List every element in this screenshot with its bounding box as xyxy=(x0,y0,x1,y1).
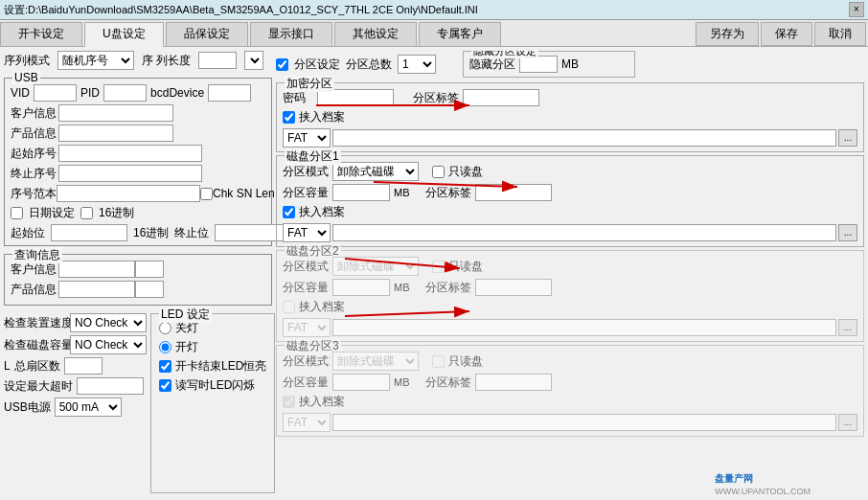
disk-check-select[interactable]: NO Check xyxy=(70,335,147,354)
disk1-fs-select[interactable]: FAT xyxy=(283,223,331,242)
usb-power-select[interactable]: 500 mA xyxy=(55,398,122,417)
sn-ver-label: 序号范本 xyxy=(11,186,57,202)
led-on-radio[interactable] xyxy=(159,341,171,353)
disk3-readonly-checkbox[interactable] xyxy=(432,355,445,368)
encrypt-archive-checkbox[interactable] xyxy=(283,111,295,124)
customer-input[interactable]: ZQ xyxy=(58,104,173,122)
addr-row: 起始位 16进制 终止位 xyxy=(11,224,265,241)
disk1-group: 磁盘分区1 分区模式 卸除式磁碟 只读盘 分区容量 0 MB 分区标签 挟入档案 xyxy=(276,155,864,247)
seq-mode-select[interactable]: 随机序号 xyxy=(57,51,134,70)
tab-pinbao[interactable]: 品保设定 xyxy=(166,22,248,46)
query-customer-num[interactable]: 8 xyxy=(135,261,164,278)
end-sn-input[interactable]: CCYYMMDDHHmmSS999999 xyxy=(58,165,202,182)
encrypt-fs-select[interactable]: FAT xyxy=(283,128,331,148)
disk1-tag-label: 分区标签 xyxy=(425,185,471,201)
encrypt-pwd-row: 密码 1111 分区标签 SEC Disk xyxy=(283,89,857,106)
vid-input[interactable]: 090C xyxy=(34,84,77,102)
disk2-browse-btn[interactable]: ... xyxy=(838,319,857,336)
disk2-size-row: 分区容量 0 MB 分区标签 Lun1 xyxy=(283,279,857,296)
max-time-row: 设定最大超时 99999999 xyxy=(4,377,147,395)
tab-special[interactable]: 专属客户 xyxy=(419,22,501,46)
query-product-input[interactable]: iWizard xyxy=(58,281,135,298)
encrypt-group: 加密分区 密码 1111 分区标签 SEC Disk 挟入档案 FAT ... xyxy=(276,82,864,152)
led-off-radio[interactable] xyxy=(159,322,171,334)
tabs-bar: 开卡设定 U盘设定 品保设定 显示接口 其他设定 专属客户 另存为 保存 取消 xyxy=(0,20,868,47)
encrypt-tag-input[interactable]: SEC Disk xyxy=(463,89,539,106)
tab-kaika[interactable]: 开卡设定 xyxy=(0,22,82,46)
led-read-checkbox[interactable] xyxy=(159,379,171,392)
disk3-size-row: 分区容量 200 MB 分区标签 Lun2 xyxy=(283,374,857,391)
disk2-size-unit: MB xyxy=(394,282,410,293)
disk3-size-label: 分区容量 xyxy=(283,375,329,391)
query-product-num[interactable]: 16 xyxy=(135,281,164,298)
partition-main-checkbox[interactable] xyxy=(276,58,288,71)
disk2-readonly-checkbox[interactable] xyxy=(432,261,445,273)
total-input[interactable]: 0 xyxy=(64,357,103,375)
title-text: 设置:D:\BaiduYunDownload\SM3259AA\Beta_SM3… xyxy=(4,3,478,17)
disk2-fs-select[interactable]: FAT xyxy=(283,318,331,337)
disk2-group: 磁盘分区2 分区模式 卸除式磁碟 只读盘 分区容量 0 MB 分区标签 Lun1… xyxy=(276,250,864,342)
disk1-size-input[interactable]: 0 xyxy=(332,184,390,201)
disk1-browse-btn[interactable]: ... xyxy=(838,224,857,241)
tab-upan[interactable]: U盘设定 xyxy=(84,22,164,47)
vid-label: VID xyxy=(11,86,30,100)
right-panel: 分区设定 分区总数 1 隐藏分区设定 隐藏分区 32 MB 加密分区 密码 xyxy=(276,51,864,493)
disk1-archive-label: 挟入档案 xyxy=(299,204,345,220)
disk1-archive-checkbox[interactable] xyxy=(283,206,295,218)
disk2-size-input[interactable]: 0 xyxy=(332,279,390,296)
hidden-unit: MB xyxy=(561,57,579,71)
led-read-row: 读写时LED闪烁 xyxy=(159,377,266,394)
disk3-tag-input[interactable]: Lun2 xyxy=(475,374,552,391)
disk1-tag-input[interactable] xyxy=(475,184,552,201)
query-customer-input[interactable]: ZQ xyxy=(58,261,135,278)
disk1-mode-select[interactable]: 卸除式磁碟 xyxy=(332,162,419,181)
date-row: 日期设定 16进制 xyxy=(11,205,265,221)
encrypt-browse-btn[interactable]: ... xyxy=(838,129,857,147)
disk1-readonly-checkbox[interactable] xyxy=(432,166,445,178)
seq-len-select[interactable] xyxy=(244,51,263,70)
hidden-partition-title: 隐藏分区设定 xyxy=(471,51,538,58)
disk2-archive-checkbox[interactable] xyxy=(283,301,295,313)
disk2-file-input[interactable] xyxy=(332,319,836,336)
disk2-archive-label: 挟入档案 xyxy=(299,299,345,315)
max-time-label: 设定最大超时 xyxy=(4,378,73,395)
save-button[interactable]: 保存 xyxy=(761,22,812,46)
disk3-size-input[interactable]: 200 xyxy=(332,374,390,391)
speed-check-label: 检查装置速度 xyxy=(4,315,66,331)
chk-sn-checkbox[interactable] xyxy=(200,188,213,200)
close-button[interactable]: × xyxy=(849,2,864,17)
disk3-mode-select[interactable]: 卸除式磁碟 xyxy=(332,352,419,371)
date-checkbox[interactable] xyxy=(11,207,23,219)
pid-input[interactable]: 1000 xyxy=(103,84,147,102)
partition-count-select[interactable]: 1 xyxy=(398,55,436,74)
total-sectors-row: L 总扇区数 0 xyxy=(4,357,147,375)
disk3-browse-btn[interactable]: ... xyxy=(838,414,857,431)
encrypt-file-input[interactable] xyxy=(332,129,836,147)
sequence-row: 序列模式 随机序号 序 列长度 20 xyxy=(4,51,272,70)
led-end-checkbox[interactable] xyxy=(159,360,171,373)
disk1-file-input[interactable]: E:\ZQDigital.iso xyxy=(332,224,836,241)
max-time-input[interactable]: 99999999 xyxy=(77,377,144,395)
disk2-tag-input[interactable]: Lun1 xyxy=(475,279,552,296)
start-addr-input[interactable] xyxy=(51,224,127,241)
tab-display[interactable]: 显示接口 xyxy=(250,22,332,46)
bcd-input[interactable]: 1100 xyxy=(208,84,251,102)
title-bar: 设置:D:\BaiduYunDownload\SM3259AA\Beta_SM3… xyxy=(0,0,868,20)
sn-ver-input[interactable]: CCYYMMDDHHmmSS###### xyxy=(57,185,200,202)
seq-len-input[interactable]: 20 xyxy=(198,52,237,69)
disk2-mode-select[interactable]: 卸除式磁碟 xyxy=(332,257,419,276)
product-input[interactable]: iWizard xyxy=(58,125,173,142)
speed-check-select[interactable]: NO Check xyxy=(70,313,147,332)
disk2-file-row: FAT ... xyxy=(283,318,857,337)
disk3-fs-select[interactable]: FAT xyxy=(283,413,331,432)
disk3-readonly-label: 只读盘 xyxy=(448,353,483,370)
start-sn-input[interactable]: CCYYMMDDHHmmSS000000 xyxy=(58,145,202,162)
cancel-button[interactable]: 取消 xyxy=(814,22,866,46)
disk3-file-input[interactable] xyxy=(332,414,836,431)
save-as-button[interactable]: 另存为 xyxy=(696,22,759,46)
disk3-archive-checkbox[interactable] xyxy=(283,396,295,408)
check-section: 检查装置速度 NO Check 检查磁盘容量 NO Check L 总扇区数 0 xyxy=(4,313,147,493)
start-sn-label: 起始序号 xyxy=(11,146,58,162)
tab-other[interactable]: 其他设定 xyxy=(334,22,417,46)
hex16-checkbox[interactable] xyxy=(80,207,93,219)
